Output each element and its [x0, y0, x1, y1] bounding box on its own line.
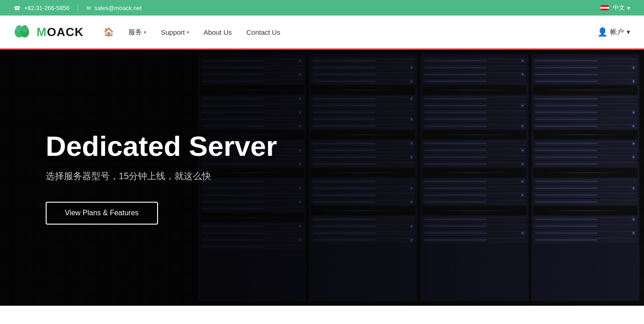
hero-section: Dedicated Server 选择服务器型号，15分钟上线，就这么快 Vie…	[0, 50, 644, 306]
phone-link[interactable]: +82.31-266-5856	[14, 5, 69, 11]
email-link[interactable]: sales@moack.net	[86, 5, 142, 11]
home-nav-item[interactable]: 🏠	[97, 23, 120, 41]
mail-icon	[86, 5, 93, 11]
nav-item-support[interactable]: Support ▾	[154, 25, 195, 40]
logo[interactable]: MOACK	[14, 24, 84, 40]
account-menu[interactable]: 👤 帐户 ▾	[597, 27, 630, 37]
navbar: MOACK 🏠 服务 ▾ Support ▾ About Us Contact …	[0, 16, 644, 50]
language-label: 中文	[613, 4, 625, 12]
nav-label-contact: Contact Us	[246, 28, 280, 36]
hero-content: Dedicated Server 选择服务器型号，15分钟上线，就这么快 Vie…	[46, 131, 277, 224]
email-address: sales@moack.net	[95, 5, 142, 11]
nav-item-about[interactable]: About Us	[197, 25, 238, 40]
account-caret: ▾	[627, 28, 630, 36]
services-caret: ▾	[144, 30, 146, 35]
view-plans-button[interactable]: View Plans & Features	[46, 202, 158, 225]
hero-subtitle: 选择服务器型号，15分钟上线，就这么快	[46, 170, 277, 183]
language-switcher[interactable]: 中文 ▾	[601, 4, 630, 12]
top-bar: +82.31-266-5856 sales@moack.net 中文 ▾	[0, 0, 644, 16]
language-caret: ▾	[627, 5, 630, 11]
hero-title: Dedicated Server	[46, 131, 277, 162]
user-icon: 👤	[597, 27, 607, 37]
nav-links: 🏠 服务 ▾ Support ▾ About Us Contact Us	[97, 23, 597, 41]
account-label: 帐户	[610, 28, 624, 37]
nav-item-contact[interactable]: Contact Us	[240, 25, 286, 40]
nav-label-about: About Us	[204, 28, 232, 36]
nav-label-support: Support	[161, 28, 185, 36]
logo-svg	[14, 24, 35, 40]
support-caret: ▾	[187, 30, 189, 35]
divider	[78, 5, 78, 11]
logo-text: MOACK	[37, 25, 84, 39]
flag-icon	[601, 5, 609, 11]
nav-item-services[interactable]: 服务 ▾	[122, 24, 153, 40]
phone-icon	[14, 5, 22, 11]
nav-label-services: 服务	[128, 28, 142, 37]
svg-point-3	[21, 25, 28, 32]
top-bar-contact: +82.31-266-5856 sales@moack.net	[14, 5, 142, 11]
phone-number: +82.31-266-5856	[24, 5, 69, 11]
